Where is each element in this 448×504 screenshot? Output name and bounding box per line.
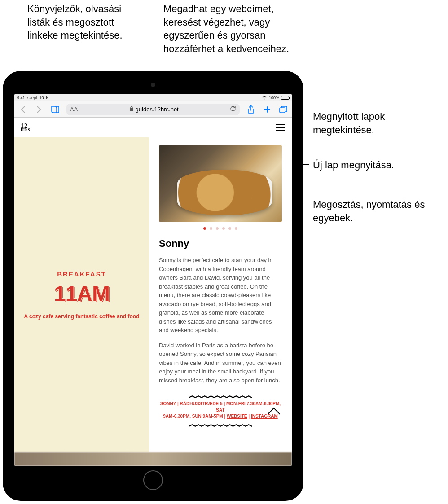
divider-wave-2 — [189, 424, 252, 427]
svg-rect-0 — [130, 108, 133, 111]
article-title: Sonny — [159, 238, 282, 250]
breakfast-time: 11AM — [54, 281, 110, 306]
hamburger-menu-icon[interactable] — [276, 124, 285, 131]
lock-icon — [129, 106, 134, 113]
home-button[interactable] — [143, 470, 163, 490]
left-pane: BREAKFAST 11AM A cozy cafe serving fanta… — [14, 137, 149, 452]
article-p2: David worked in Paris as a barista befor… — [159, 341, 282, 385]
battery-icon — [281, 96, 289, 100]
info-line-2: 9AM-6.30PM, SUN 9AM-5PM | WEBSITE | INST… — [159, 413, 282, 420]
ipad-device: 9:41 szept. 10. K 100% — [3, 71, 303, 501]
page-body: BREAKFAST 11AM A cozy cafe serving fanta… — [14, 137, 292, 452]
callout-address: Megadhat egy webcímet, keresést végezhet… — [163, 2, 307, 56]
screen: 9:41 szept. 10. K 100% — [14, 94, 292, 466]
page-header: 12 HRS — [14, 118, 292, 137]
site-logo[interactable]: 12 HRS — [21, 123, 31, 131]
url-text: guides.12hrs.net — [136, 106, 179, 113]
website-link[interactable]: WEBSITE — [227, 414, 247, 419]
hero-photo[interactable] — [159, 145, 282, 222]
breakfast-label: BREAKFAST — [57, 270, 106, 278]
callout-tabs: Megnyitott lapok megtekintése. — [313, 110, 448, 136]
wifi-icon — [262, 96, 267, 101]
breakfast-sub: A cozy cafe serving fantastic coffee and… — [24, 313, 140, 320]
battery-pct: 100% — [269, 96, 279, 100]
carousel-dots[interactable] — [159, 227, 282, 230]
text-size-button[interactable]: AA — [70, 106, 78, 113]
safari-toolbar: AA guides.12hrs.net — [14, 101, 292, 118]
status-time: 9:41 — [17, 96, 25, 100]
share-button[interactable] — [246, 105, 256, 114]
status-right: 100% — [262, 96, 289, 101]
callout-newtab: Új lap megnyitása. — [313, 158, 448, 172]
camera-dot — [151, 83, 155, 87]
forward-button[interactable] — [34, 105, 44, 114]
status-left: 9:41 szept. 10. K — [17, 96, 49, 100]
right-pane: Sonny Sonny is the perfect cafe to start… — [149, 137, 292, 452]
status-bar: 9:41 szept. 10. K 100% — [14, 94, 292, 101]
info-line-1: SONNY | RÅDHUSSTRÆDE 5 | MON-FRI 7.30AM-… — [159, 401, 282, 413]
article-body: Sonny is the perfect cafe to start your … — [159, 256, 282, 391]
callout-bookmarks: Könyvjelzők, olvasási listák és megoszto… — [27, 2, 144, 42]
article-p1: Sonny is the perfect cafe to start your … — [159, 256, 282, 335]
new-tab-button[interactable] — [262, 105, 272, 114]
bookmarks-button[interactable] — [50, 105, 60, 114]
status-date: szept. 10. K — [27, 96, 49, 100]
address-bar[interactable]: AA guides.12hrs.net — [66, 104, 240, 115]
callout-share: Megosztás, nyomtatás és egyebek. — [313, 198, 448, 224]
tabs-button[interactable] — [278, 105, 288, 114]
back-button[interactable] — [18, 105, 28, 114]
svg-rect-1 — [280, 108, 285, 113]
bottom-image-strip — [14, 452, 292, 466]
webpage: 12 HRS BREAKFAST 11AM A cozy cafe servin… — [14, 118, 292, 466]
reload-button[interactable] — [230, 105, 236, 113]
divider-wave — [189, 395, 252, 398]
address-link[interactable]: RÅDHUSSTRÆDE 5 — [180, 401, 223, 406]
